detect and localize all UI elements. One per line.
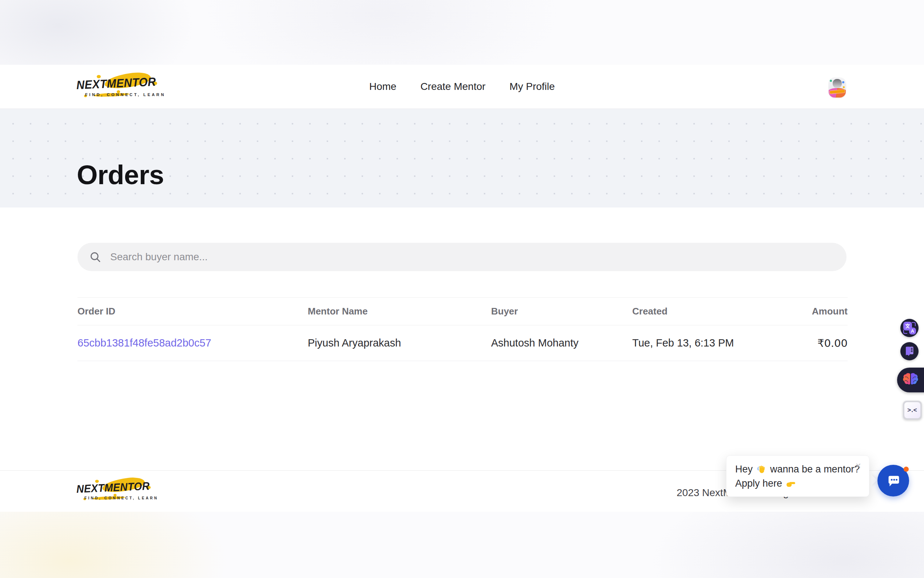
user-avatar[interactable] <box>829 78 846 97</box>
footer-brand-logo: NEXTMENTOR FIND, CONNECT, LEARN <box>76 481 148 503</box>
tooltip-close-button[interactable]: × <box>856 461 861 470</box>
orders-table: Order ID Mentor Name Buyer Created Amoun… <box>78 297 848 361</box>
nav-item-my-profile[interactable]: My Profile <box>510 81 555 93</box>
nav-item-home[interactable]: Home <box>369 81 396 93</box>
translate-corner-bracket <box>903 330 907 334</box>
brand-logo[interactable]: NEXTMENTOR FIND, CONNECT, LEARN <box>76 76 154 100</box>
avatar-sticker <box>842 81 844 83</box>
hero-dotted-band <box>0 109 924 208</box>
ai-brain-extension-button[interactable] <box>897 368 924 392</box>
col-header-mentor-name: Mentor Name <box>308 306 491 317</box>
book-icon <box>904 346 915 357</box>
amount-cell: ₹0.00 <box>794 337 848 349</box>
waving-hand-icon <box>756 464 767 475</box>
created-cell: Tue, Feb 13, 6:13 PM <box>632 337 794 349</box>
reader-extension-button[interactable] <box>900 342 919 360</box>
order-id-link[interactable]: 65cbb1381f48fe58ad2b0c57 <box>78 337 211 349</box>
orders-page: NEXTMENTOR FIND, CONNECT, LEARN Home Cre… <box>0 0 924 578</box>
search-input[interactable] <box>110 251 802 263</box>
brand-name: NEXTMENTOR <box>76 481 143 494</box>
pointing-right-icon <box>785 478 796 489</box>
translate-extension-button[interactable]: A <box>900 319 919 337</box>
brand-name: NEXTMENTOR <box>76 76 149 91</box>
tooltip-text: Hey <box>735 462 752 476</box>
main-nav: Home Create Mentor My Profile <box>369 65 555 109</box>
notification-dot <box>904 467 909 472</box>
table-header-row: Order ID Mentor Name Buyer Created Amoun… <box>78 297 848 325</box>
mentor-name-cell: Piyush Aryaprakash <box>308 337 491 349</box>
col-header-order-id: Order ID <box>78 306 308 317</box>
avatar-sticker <box>830 80 832 82</box>
search-icon <box>89 251 102 263</box>
translate-letter-icon: A <box>909 328 916 334</box>
chat-tooltip-line2: Apply here <box>735 476 860 490</box>
brand-tagline: FIND, CONNECT, LEARN <box>84 496 148 500</box>
tooltip-text: Apply here <box>735 476 782 490</box>
tooltip-text: wanna be a mentor? <box>770 462 859 476</box>
search-bar <box>78 243 846 271</box>
table-row: 65cbb1381f48fe58ad2b0c57 Piyush Aryaprak… <box>78 325 848 361</box>
brain-icon <box>902 372 919 388</box>
buyer-cell: Ashutosh Mohanty <box>491 337 632 349</box>
chat-bubble-icon <box>885 472 902 489</box>
nav-item-create-mentor[interactable]: Create Mentor <box>421 81 485 93</box>
emote-face-icon: >.< <box>905 402 920 418</box>
translate-corner-bracket <box>912 322 916 326</box>
avatar-sticker <box>843 86 845 88</box>
col-header-amount: Amount <box>794 306 848 317</box>
col-header-buyer: Buyer <box>491 306 632 317</box>
brand-tagline: FIND, CONNECT, LEARN <box>85 93 154 97</box>
chat-tooltip-line1: Hey wanna be a mentor? <box>735 462 860 476</box>
col-header-created: Created <box>632 306 794 317</box>
chat-tooltip: Hey wanna be a mentor? Apply here <box>726 455 869 497</box>
page-title: Orders <box>77 162 164 188</box>
emote-extension-button[interactable]: >.< <box>903 401 922 420</box>
avatar-head <box>833 79 842 88</box>
